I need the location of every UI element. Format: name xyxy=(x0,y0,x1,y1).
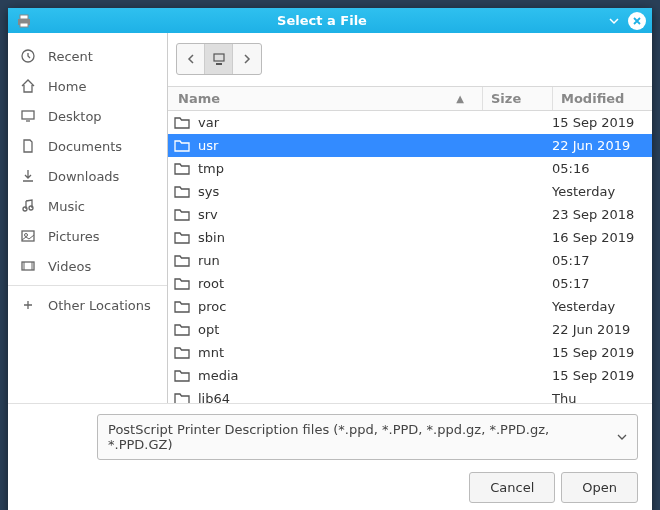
file-name: sbin xyxy=(198,230,492,245)
file-modified: 05:16 xyxy=(552,161,644,176)
path-bar xyxy=(168,33,652,86)
file-modified: 16 Sep 2019 xyxy=(552,230,644,245)
folder-icon xyxy=(174,323,190,336)
sidebar-item-home[interactable]: Home xyxy=(8,71,167,101)
file-dialog: Select a File RecentHomeDesktopDocuments… xyxy=(8,8,652,510)
svg-point-8 xyxy=(25,234,28,237)
printer-icon xyxy=(16,13,32,29)
file-row[interactable]: var15 Sep 2019 xyxy=(168,111,652,134)
sidebar-item-music[interactable]: Music xyxy=(8,191,167,221)
file-name: proc xyxy=(198,299,492,314)
minimize-button[interactable] xyxy=(604,11,624,31)
desktop-icon xyxy=(20,108,36,124)
sidebar-item-other-locations[interactable]: Other Locations xyxy=(8,290,167,320)
window-title: Select a File xyxy=(40,13,604,28)
folder-icon xyxy=(174,254,190,267)
titlebar[interactable]: Select a File xyxy=(8,8,652,33)
folder-icon xyxy=(174,139,190,152)
file-modified: 22 Jun 2019 xyxy=(552,138,644,153)
file-modified: Yesterday xyxy=(552,184,644,199)
path-forward-button[interactable] xyxy=(233,44,261,74)
file-row[interactable]: procYesterday xyxy=(168,295,652,318)
svg-rect-1 xyxy=(20,15,28,19)
sidebar-item-label: Pictures xyxy=(48,229,99,244)
videos-icon xyxy=(20,258,36,274)
sidebar-item-label: Recent xyxy=(48,49,93,64)
column-size[interactable]: Size xyxy=(482,87,552,110)
column-name-label: Name xyxy=(178,91,220,106)
path-back-button[interactable] xyxy=(177,44,205,74)
action-buttons: Cancel Open xyxy=(22,472,638,507)
file-row[interactable]: run05:17 xyxy=(168,249,652,272)
file-list[interactable]: var15 Sep 2019usr22 Jun 2019tmp05:16sysY… xyxy=(168,111,652,403)
documents-icon xyxy=(20,138,36,154)
file-name: var xyxy=(198,115,492,130)
file-row[interactable]: media15 Sep 2019 xyxy=(168,364,652,387)
recent-icon xyxy=(20,48,36,64)
sidebar-item-label: Downloads xyxy=(48,169,119,184)
svg-rect-11 xyxy=(216,63,222,65)
open-button[interactable]: Open xyxy=(561,472,638,503)
svg-rect-2 xyxy=(20,23,28,27)
file-type-filter[interactable]: PostScript Printer Description files (*.… xyxy=(97,414,638,460)
close-button[interactable] xyxy=(628,12,646,30)
sidebar-item-label: Videos xyxy=(48,259,91,274)
svg-rect-4 xyxy=(22,111,34,119)
list-header: Name▲ Size Modified xyxy=(168,86,652,111)
file-modified: 15 Sep 2019 xyxy=(552,345,644,360)
svg-point-5 xyxy=(23,207,27,211)
music-icon xyxy=(20,198,36,214)
sidebar-item-videos[interactable]: Videos xyxy=(8,251,167,281)
path-buttons xyxy=(176,43,262,75)
column-name[interactable]: Name▲ xyxy=(168,87,482,110)
sidebar-item-label: Other Locations xyxy=(48,298,151,313)
file-row[interactable]: lib64Thu xyxy=(168,387,652,403)
sidebar-item-label: Desktop xyxy=(48,109,102,124)
sidebar-item-documents[interactable]: Documents xyxy=(8,131,167,161)
folder-icon xyxy=(174,231,190,244)
file-row[interactable]: usr22 Jun 2019 xyxy=(168,134,652,157)
plus-icon xyxy=(20,297,36,313)
file-name: root xyxy=(198,276,492,291)
file-row[interactable]: opt22 Jun 2019 xyxy=(168,318,652,341)
cancel-button[interactable]: Cancel xyxy=(469,472,555,503)
file-modified: 15 Sep 2019 xyxy=(552,115,644,130)
file-row[interactable]: sysYesterday xyxy=(168,180,652,203)
file-name: usr xyxy=(198,138,492,153)
sidebar-item-pictures[interactable]: Pictures xyxy=(8,221,167,251)
file-row[interactable]: srv23 Sep 2018 xyxy=(168,203,652,226)
pictures-icon xyxy=(20,228,36,244)
folder-icon xyxy=(174,185,190,198)
folder-icon xyxy=(174,208,190,221)
folder-icon xyxy=(174,277,190,290)
sidebar-item-label: Music xyxy=(48,199,85,214)
sidebar-item-downloads[interactable]: Downloads xyxy=(8,161,167,191)
file-modified: Thu xyxy=(552,391,644,403)
places-sidebar: RecentHomeDesktopDocumentsDownloadsMusic… xyxy=(8,33,168,403)
svg-point-6 xyxy=(29,206,33,210)
file-name: sys xyxy=(198,184,492,199)
path-root-button[interactable] xyxy=(205,44,233,74)
dialog-body: RecentHomeDesktopDocumentsDownloadsMusic… xyxy=(8,33,652,403)
sidebar-item-label: Documents xyxy=(48,139,122,154)
home-icon xyxy=(20,78,36,94)
chevron-down-icon xyxy=(617,434,627,440)
file-row[interactable]: mnt15 Sep 2019 xyxy=(168,341,652,364)
file-name: run xyxy=(198,253,492,268)
folder-icon xyxy=(174,300,190,313)
folder-icon xyxy=(174,162,190,175)
folder-icon xyxy=(174,346,190,359)
file-modified: 05:17 xyxy=(552,253,644,268)
file-name: srv xyxy=(198,207,492,222)
file-modified: Yesterday xyxy=(552,299,644,314)
file-name: opt xyxy=(198,322,492,337)
file-row[interactable]: tmp05:16 xyxy=(168,157,652,180)
sidebar-item-desktop[interactable]: Desktop xyxy=(8,101,167,131)
file-modified: 15 Sep 2019 xyxy=(552,368,644,383)
sidebar-item-recent[interactable]: Recent xyxy=(8,41,167,71)
file-row[interactable]: sbin16 Sep 2019 xyxy=(168,226,652,249)
folder-icon xyxy=(174,116,190,129)
file-row[interactable]: root05:17 xyxy=(168,272,652,295)
sidebar-item-label: Home xyxy=(48,79,86,94)
column-modified[interactable]: Modified xyxy=(552,87,652,110)
